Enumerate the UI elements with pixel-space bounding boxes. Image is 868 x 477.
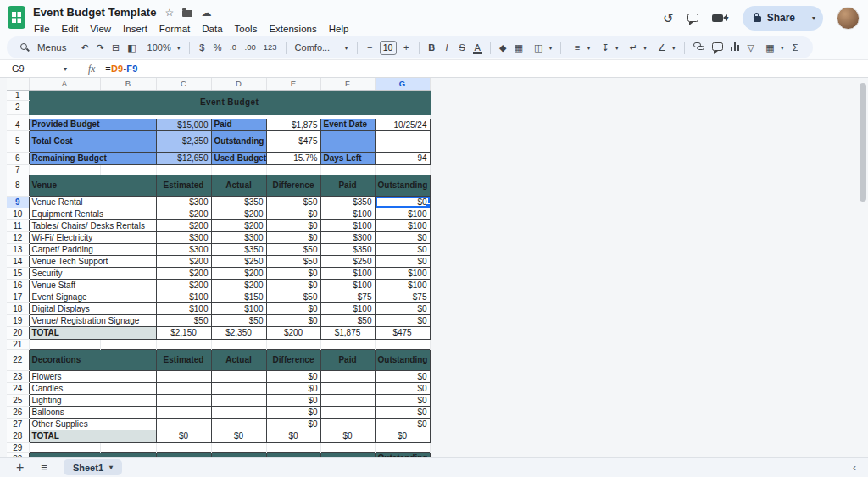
- cell[interactable]: Equipment Rentals: [29, 208, 156, 219]
- row-header-11[interactable]: 11: [7, 219, 29, 231]
- text-color-button[interactable]: A: [470, 41, 485, 54]
- cell[interactable]: Actual: [211, 349, 266, 370]
- cell[interactable]: $0: [266, 267, 320, 279]
- cell[interactable]: Difference: [266, 175, 320, 196]
- menu-help[interactable]: Help: [323, 23, 355, 35]
- cell[interactable]: Lighting: [29, 394, 156, 406]
- column-header-C[interactable]: C: [156, 78, 211, 90]
- name-box[interactable]: G9 ▾: [0, 60, 75, 77]
- cell[interactable]: [375, 130, 430, 152]
- cell[interactable]: $0: [266, 302, 320, 314]
- cell[interactable]: [156, 394, 211, 406]
- menu-extensions[interactable]: Extensions: [263, 23, 322, 35]
- cell[interactable]: $50: [266, 243, 320, 255]
- column-header-E[interactable]: E: [266, 78, 320, 90]
- cell[interactable]: Venue Rental: [29, 196, 156, 208]
- row-header-25[interactable]: 25: [7, 394, 29, 406]
- row-header-1[interactable]: 1: [7, 90, 29, 100]
- meet-button[interactable]: ▾: [712, 14, 729, 22]
- cell[interactable]: $475: [266, 130, 320, 152]
- cell[interactable]: $0: [375, 382, 430, 394]
- merge-cells-button[interactable]: ◫ ▾: [527, 40, 555, 55]
- cell[interactable]: Event Signage: [29, 291, 156, 302]
- cell[interactable]: Used Budget: [211, 152, 266, 164]
- cell[interactable]: [211, 382, 266, 394]
- row-header-20[interactable]: 20: [7, 326, 29, 339]
- cell[interactable]: [266, 164, 320, 175]
- cell[interactable]: $350: [320, 243, 375, 255]
- cell[interactable]: [211, 339, 266, 349]
- create-filter-button[interactable]: ▽: [743, 41, 758, 54]
- menu-data[interactable]: Data: [196, 23, 228, 35]
- cell[interactable]: $0: [266, 406, 320, 418]
- cell[interactable]: Candles: [29, 382, 156, 394]
- row-header-24[interactable]: 24: [7, 382, 29, 394]
- cell[interactable]: $1,875: [320, 326, 375, 339]
- star-icon[interactable]: ☆: [165, 8, 175, 18]
- cell[interactable]: [29, 339, 100, 349]
- cell[interactable]: $0: [375, 302, 430, 314]
- select-all-corner[interactable]: [7, 78, 29, 90]
- cell[interactable]: TOTAL: [29, 430, 156, 442]
- font-size-input[interactable]: 10: [380, 41, 397, 55]
- move-folder-icon[interactable]: [182, 10, 192, 17]
- zoom-select[interactable]: 100% ▾: [141, 40, 184, 55]
- cell[interactable]: [375, 442, 430, 452]
- cell[interactable]: $100: [375, 279, 430, 291]
- row-header-4[interactable]: 4: [7, 119, 29, 130]
- column-header-B[interactable]: B: [100, 78, 156, 90]
- cell[interactable]: $50: [211, 314, 266, 326]
- cell[interactable]: $0: [266, 208, 320, 219]
- cell[interactable]: [211, 418, 266, 430]
- share-button[interactable]: Share ▾: [743, 6, 823, 31]
- cell[interactable]: $100: [320, 267, 375, 279]
- cell[interactable]: $50: [266, 196, 320, 208]
- cell[interactable]: $200: [156, 208, 211, 219]
- row-header-8[interactable]: 8: [7, 175, 29, 196]
- cell[interactable]: Difference: [266, 349, 320, 370]
- cell[interactable]: [100, 164, 156, 175]
- text-wrap-button[interactable]: ↵ ▾: [623, 40, 650, 55]
- cell[interactable]: [266, 442, 320, 452]
- cell[interactable]: Venue: [29, 175, 156, 196]
- side-panel-collapse-icon[interactable]: ‹: [853, 462, 860, 474]
- cell[interactable]: $50: [266, 255, 320, 267]
- row-header-16[interactable]: 16: [7, 279, 29, 291]
- bold-button[interactable]: B: [425, 41, 439, 54]
- cell[interactable]: [156, 370, 211, 382]
- cell[interactable]: Actual: [211, 175, 266, 196]
- row-header-2[interactable]: 2: [7, 100, 29, 114]
- row-header-30[interactable]: 30: [7, 452, 29, 457]
- cell[interactable]: [211, 164, 266, 175]
- cell[interactable]: Event Budget: [29, 90, 430, 114]
- column-header-F[interactable]: F: [320, 78, 375, 90]
- number-format-button[interactable]: 123: [260, 41, 281, 54]
- row-header-27[interactable]: 27: [7, 418, 29, 430]
- cell[interactable]: [156, 452, 211, 457]
- cell[interactable]: $0: [266, 430, 320, 442]
- cell[interactable]: Remaining Budget: [29, 152, 156, 164]
- insert-chart-button[interactable]: [727, 41, 743, 54]
- cell[interactable]: Paid: [320, 349, 375, 370]
- cell[interactable]: Venue/ Registration Signage: [29, 314, 156, 326]
- row-header-21[interactable]: 21: [7, 339, 29, 349]
- share-dropdown[interactable]: ▾: [804, 6, 823, 31]
- undo-button[interactable]: ↶: [78, 41, 92, 54]
- cell[interactable]: $0: [266, 219, 320, 231]
- cell[interactable]: $300: [156, 196, 211, 208]
- cell[interactable]: Digital Displays: [29, 302, 156, 314]
- cell[interactable]: [320, 394, 375, 406]
- cell[interactable]: Event Date: [320, 119, 375, 130]
- cell[interactable]: $0: [266, 382, 320, 394]
- percent-format-button[interactable]: %: [210, 41, 225, 54]
- cell[interactable]: Estimated: [156, 349, 211, 370]
- row-header-17[interactable]: 17: [7, 291, 29, 302]
- row-header-13[interactable]: 13: [7, 243, 29, 255]
- add-sheet-button[interactable]: +: [8, 461, 31, 474]
- cell[interactable]: $75: [320, 291, 375, 302]
- menus-search-button[interactable]: Menus: [17, 42, 77, 53]
- text-rotation-button[interactable]: ∠ ▾: [651, 40, 679, 55]
- table-views-button[interactable]: ▦ ▾: [759, 40, 787, 55]
- fill-color-button[interactable]: ◆: [496, 41, 510, 54]
- row-header-15[interactable]: 15: [7, 267, 29, 279]
